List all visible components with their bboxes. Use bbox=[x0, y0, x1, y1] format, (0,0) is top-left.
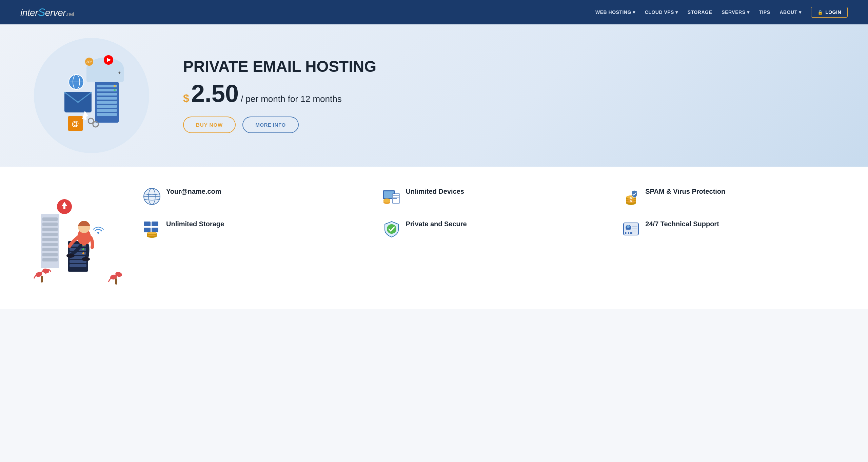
svg-point-51 bbox=[66, 254, 75, 258]
svg-rect-11 bbox=[97, 113, 117, 116]
storage-icon bbox=[142, 219, 161, 238]
hero-svg: @ + + 30° bbox=[34, 38, 149, 153]
more-info-button[interactable]: MORE INFO bbox=[242, 117, 299, 133]
hero-buttons: BUY NOW MORE INFO bbox=[183, 117, 841, 133]
spam-virus-icon: $ $ bbox=[622, 187, 640, 206]
nav-link-tips[interactable]: TIPS bbox=[759, 9, 770, 15]
feature-label-support: 24/7 Technical Support bbox=[645, 219, 719, 228]
logo[interactable]: interServer.net bbox=[20, 6, 74, 19]
svg-point-12 bbox=[114, 85, 116, 87]
svg-point-94 bbox=[387, 224, 396, 234]
price-per-month: / per month for 12 months bbox=[241, 94, 342, 104]
svg-point-53 bbox=[97, 232, 99, 234]
features-svg bbox=[31, 187, 125, 289]
svg-point-48 bbox=[82, 252, 84, 254]
price-amount: 2.50 bbox=[191, 81, 239, 106]
lock-icon: 🔒 bbox=[817, 10, 823, 15]
svg-point-75 bbox=[383, 198, 390, 201]
svg-rect-8 bbox=[97, 101, 117, 104]
logo-s: S bbox=[38, 6, 45, 18]
nav-item-cloud-vps[interactable]: CLOUD VPS ▾ bbox=[645, 9, 678, 15]
feature-item-devices: Unlimited Devices bbox=[382, 187, 601, 206]
svg-text:$: $ bbox=[630, 200, 632, 203]
nav-item-tips[interactable]: TIPS bbox=[759, 9, 770, 15]
svg-rect-10 bbox=[97, 109, 117, 112]
feature-label-email: Your@name.com bbox=[166, 187, 221, 196]
nav-item-servers[interactable]: SERVERS ▾ bbox=[722, 9, 749, 15]
svg-rect-102 bbox=[627, 232, 627, 234]
svg-rect-61 bbox=[115, 278, 117, 285]
svg-rect-58 bbox=[41, 276, 43, 282]
support-icon bbox=[622, 219, 640, 238]
svg-point-57 bbox=[42, 268, 50, 274]
feature-label-spam: SPAM & Virus Protection bbox=[645, 187, 725, 196]
svg-rect-103 bbox=[628, 232, 629, 234]
nav-item-login[interactable]: 🔒 LOGIN bbox=[811, 7, 848, 18]
svg-rect-105 bbox=[631, 232, 632, 234]
svg-rect-104 bbox=[630, 232, 631, 234]
email-domain-icon bbox=[142, 187, 161, 206]
svg-rect-34 bbox=[42, 238, 58, 241]
hero-title: PRIVATE EMAIL HOSTING bbox=[183, 58, 841, 75]
svg-rect-88 bbox=[152, 228, 158, 232]
nav-links: WEB HOSTING ▾ CLOUD VPS ▾ STORAGE SERVER… bbox=[595, 7, 848, 18]
svg-point-13 bbox=[114, 89, 116, 91]
feature-label-storage: Unlimited Storage bbox=[166, 219, 224, 228]
nav-link-storage[interactable]: STORAGE bbox=[688, 9, 712, 15]
nav-link-web-hosting[interactable]: WEB HOSTING ▾ bbox=[595, 9, 635, 15]
svg-rect-45 bbox=[70, 264, 86, 267]
svg-point-47 bbox=[82, 248, 84, 250]
svg-text:@: @ bbox=[72, 119, 79, 128]
login-label: LOGIN bbox=[825, 9, 841, 15]
svg-point-97 bbox=[627, 225, 630, 228]
logo-inter: inter bbox=[20, 7, 38, 18]
svg-text:$: $ bbox=[630, 196, 632, 200]
hero-illustration: @ + + 30° bbox=[34, 38, 149, 153]
feature-item-spam: $ $ SPAM & Virus Protection bbox=[622, 187, 841, 206]
nav-item-web-hosting[interactable]: WEB HOSTING ▾ bbox=[595, 9, 635, 15]
svg-rect-35 bbox=[42, 243, 58, 246]
features-section: Your@name.com bbox=[0, 167, 868, 309]
nav-link-about[interactable]: ABOUT ▾ bbox=[780, 9, 801, 15]
nav-link-cloud-vps[interactable]: CLOUD VPS ▾ bbox=[645, 9, 678, 15]
logo-erver: erver bbox=[45, 7, 66, 18]
hero-content: PRIVATE EMAIL HOSTING $ 2.50 / per month… bbox=[183, 58, 841, 133]
features-illustration bbox=[27, 187, 129, 289]
svg-rect-38 bbox=[42, 258, 58, 261]
devices-icon bbox=[382, 187, 401, 206]
svg-text:+: + bbox=[118, 70, 121, 76]
svg-rect-36 bbox=[42, 248, 58, 251]
logo-dotnet: .net bbox=[66, 11, 74, 17]
svg-rect-30 bbox=[42, 217, 58, 221]
svg-rect-86 bbox=[152, 222, 158, 226]
feature-label-private: Private and Secure bbox=[406, 219, 467, 228]
feature-item-private: Private and Secure bbox=[382, 219, 601, 238]
svg-rect-32 bbox=[42, 228, 58, 231]
svg-rect-101 bbox=[625, 232, 626, 234]
nav-item-about[interactable]: ABOUT ▾ bbox=[780, 9, 801, 15]
svg-point-52 bbox=[82, 257, 90, 261]
svg-rect-7 bbox=[97, 97, 117, 100]
svg-point-93 bbox=[147, 232, 157, 234]
svg-rect-87 bbox=[144, 228, 151, 232]
svg-rect-85 bbox=[144, 222, 151, 226]
nav-item-storage[interactable]: STORAGE bbox=[688, 9, 712, 15]
svg-rect-6 bbox=[97, 93, 117, 96]
feature-item-support: 24/7 Technical Support bbox=[622, 219, 841, 238]
price-dollar: $ bbox=[183, 92, 189, 105]
feature-label-devices: Unlimited Devices bbox=[406, 187, 464, 196]
features-grid: Your@name.com bbox=[142, 187, 841, 238]
buy-now-button[interactable]: BUY NOW bbox=[183, 117, 236, 133]
feature-item-storage: Unlimited Storage bbox=[142, 219, 362, 238]
svg-rect-33 bbox=[42, 233, 58, 236]
nav-link-servers[interactable]: SERVERS ▾ bbox=[722, 9, 749, 15]
private-secure-icon bbox=[382, 219, 401, 238]
price-line: $ 2.50 / per month for 12 months bbox=[183, 81, 841, 106]
feature-item-email: Your@name.com bbox=[142, 187, 362, 206]
svg-rect-31 bbox=[42, 223, 58, 226]
login-button[interactable]: 🔒 LOGIN bbox=[811, 7, 848, 18]
svg-rect-9 bbox=[97, 105, 117, 108]
hero-section: @ + + 30° PRIVATE bbox=[0, 24, 868, 167]
navbar: interServer.net WEB HOSTING ▾ CLOUD VPS … bbox=[0, 0, 868, 24]
svg-text:30°: 30° bbox=[86, 60, 92, 64]
